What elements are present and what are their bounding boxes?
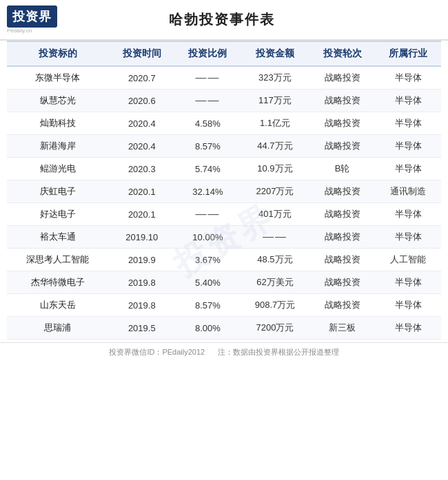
table-row: 好达电子2020.1——401万元战略投资半导体 <box>7 203 441 226</box>
logo-area: 投资界 Pedaily.cn <box>7 6 57 34</box>
cell-time: 2020.4 <box>109 112 175 135</box>
cell-time: 2020.1 <box>109 203 175 226</box>
table-row: 庆虹电子2020.132.14%2207万元战略投资通讯制造 <box>7 180 441 203</box>
footer: 投资界微信ID：PEdaily2012 注：数据由投资界根据公开报道整理 <box>0 342 448 362</box>
cell-target: 思瑞浦 <box>7 317 109 340</box>
table-header: 投资标的 投资时间 投资比例 投资金额 投资轮次 所属行业 <box>7 41 441 66</box>
cell-target: 好达电子 <box>7 203 109 226</box>
cell-industry: 通讯制造 <box>375 180 441 203</box>
table-row: 纵慧芯光2020.6——117万元战略投资半导体 <box>7 90 441 112</box>
cell-target: 东微半导体 <box>7 66 109 90</box>
cell-industry: 半导体 <box>375 294 441 317</box>
cell-ratio: 8.00% <box>175 317 241 340</box>
cell-round: 战略投资 <box>309 112 376 135</box>
table-row: 东微半导体2020.7——323万元战略投资半导体 <box>7 66 441 90</box>
cell-time: 2020.3 <box>109 158 175 180</box>
cell-round: 战略投资 <box>309 271 376 294</box>
cell-amount: 62万美元 <box>241 271 309 294</box>
footer-source: 投资界微信ID：PEdaily2012 <box>109 348 205 356</box>
cell-amount: 10.9万元 <box>241 158 309 180</box>
cell-amount: 2207万元 <box>241 180 309 203</box>
cell-amount: 7200万元 <box>241 317 309 340</box>
col-time: 投资时间 <box>109 41 175 66</box>
cell-round: 战略投资 <box>309 90 376 112</box>
table-body: 东微半导体2020.7——323万元战略投资半导体纵慧芯光2020.6——117… <box>7 66 441 340</box>
cell-time: 2019.9 <box>109 249 175 271</box>
logo-url: Pedaily.cn <box>7 28 57 34</box>
cell-time: 2019.8 <box>109 271 175 294</box>
footer-note: 注：数据由投资界根据公开报道整理 <box>218 348 339 356</box>
cell-target: 纵慧芯光 <box>7 90 109 112</box>
col-industry: 所属行业 <box>375 41 441 66</box>
col-ratio: 投资比例 <box>175 41 241 66</box>
col-amount: 投资金额 <box>241 41 309 66</box>
cell-time: 2020.4 <box>109 135 175 158</box>
cell-target: 鲲游光电 <box>7 158 109 180</box>
cell-industry: 半导体 <box>375 203 441 226</box>
cell-round: 战略投资 <box>309 135 376 158</box>
cell-amount: 44.7万元 <box>241 135 309 158</box>
cell-target: 深思考人工智能 <box>7 249 109 271</box>
cell-amount: 908.7万元 <box>241 294 309 317</box>
cell-round: 战略投资 <box>309 226 376 249</box>
cell-target: 杰华特微电子 <box>7 271 109 294</box>
cell-target: 裕太车通 <box>7 226 109 249</box>
cell-ratio: 8.57% <box>175 294 241 317</box>
cell-amount: —— <box>241 226 309 249</box>
logo-text: 投资界 <box>7 6 57 28</box>
cell-round: 战略投资 <box>309 66 376 90</box>
cell-round: 战略投资 <box>309 180 376 203</box>
cell-ratio: —— <box>175 66 241 90</box>
cell-round: 战略投资 <box>309 294 376 317</box>
cell-industry: 半导体 <box>375 135 441 158</box>
cell-target: 山东天岳 <box>7 294 109 317</box>
investment-table: 投资标的 投资时间 投资比例 投资金额 投资轮次 所属行业 东微半导体2020.… <box>7 41 441 340</box>
cell-ratio: 5.40% <box>175 271 241 294</box>
cell-industry: 半导体 <box>375 226 441 249</box>
cell-target: 灿勤科技 <box>7 112 109 135</box>
cell-round: 战略投资 <box>309 249 376 271</box>
table-row: 灿勤科技2020.44.58%1.1亿元战略投资半导体 <box>7 112 441 135</box>
cell-target: 庆虹电子 <box>7 180 109 203</box>
cell-industry: 半导体 <box>375 112 441 135</box>
cell-time: 2019.8 <box>109 294 175 317</box>
table-wrapper: 投资标的 投资时间 投资比例 投资金额 投资轮次 所属行业 东微半导体2020.… <box>0 41 448 342</box>
cell-target: 新港海岸 <box>7 135 109 158</box>
cell-ratio: 32.14% <box>175 180 241 203</box>
cell-industry: 人工智能 <box>375 249 441 271</box>
cell-ratio: —— <box>175 90 241 112</box>
cell-industry: 半导体 <box>375 66 441 90</box>
table-row: 杰华特微电子2019.85.40%62万美元战略投资半导体 <box>7 271 441 294</box>
cell-ratio: 8.57% <box>175 135 241 158</box>
table-row: 新港海岸2020.48.57%44.7万元战略投资半导体 <box>7 135 441 158</box>
page-container: 投资界 投资界 Pedaily.cn 哈勃投资事件表 投资标的 投资时间 投资比… <box>0 0 448 480</box>
cell-amount: 117万元 <box>241 90 309 112</box>
cell-industry: 半导体 <box>375 158 441 180</box>
cell-ratio: 3.67% <box>175 249 241 271</box>
cell-round: 新三板 <box>309 317 376 340</box>
cell-time: 2019.10 <box>109 226 175 249</box>
cell-amount: 48.5万元 <box>241 249 309 271</box>
cell-round: 战略投资 <box>309 203 376 226</box>
table-row: 鲲游光电2020.35.74%10.9万元B轮半导体 <box>7 158 441 180</box>
cell-round: B轮 <box>309 158 376 180</box>
cell-industry: 半导体 <box>375 271 441 294</box>
cell-industry: 半导体 <box>375 317 441 340</box>
cell-ratio: 4.58% <box>175 112 241 135</box>
cell-amount: 401万元 <box>241 203 309 226</box>
page-title: 哈勃投资事件表 <box>57 10 386 29</box>
cell-ratio: —— <box>175 203 241 226</box>
table-row: 裕太车通2019.1010.00%——战略投资半导体 <box>7 226 441 249</box>
table-row: 思瑞浦2019.58.00%7200万元新三板半导体 <box>7 317 441 340</box>
col-round: 投资轮次 <box>309 41 376 66</box>
cell-time: 2019.5 <box>109 317 175 340</box>
cell-amount: 323万元 <box>241 66 309 90</box>
cell-ratio: 5.74% <box>175 158 241 180</box>
header: 投资界 Pedaily.cn 哈勃投资事件表 <box>0 0 448 41</box>
table-row: 深思考人工智能2019.93.67%48.5万元战略投资人工智能 <box>7 249 441 271</box>
cell-time: 2020.7 <box>109 66 175 90</box>
cell-time: 2020.6 <box>109 90 175 112</box>
cell-industry: 半导体 <box>375 90 441 112</box>
cell-amount: 1.1亿元 <box>241 112 309 135</box>
cell-ratio: 10.00% <box>175 226 241 249</box>
